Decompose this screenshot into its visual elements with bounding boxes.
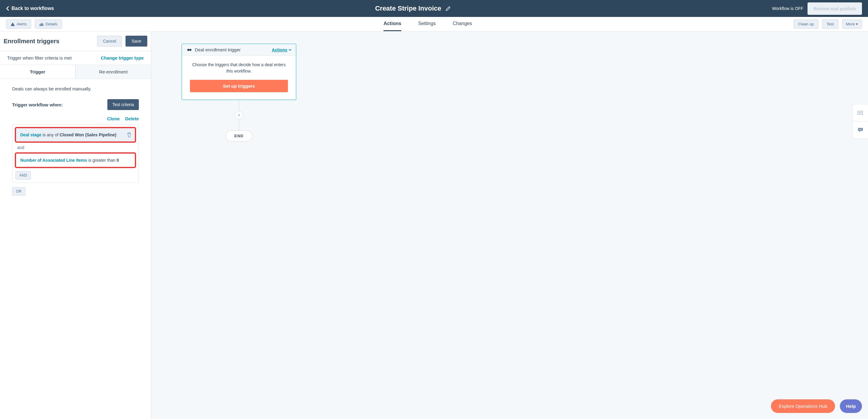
tab-changes[interactable]: Changes <box>453 17 472 31</box>
delete-link[interactable]: Delete <box>125 116 139 121</box>
svg-point-11 <box>858 114 858 115</box>
card-body-text: Choose the triggers that decide how a de… <box>190 62 288 74</box>
svg-rect-0 <box>40 24 40 26</box>
save-button[interactable]: Save <box>125 36 147 46</box>
svg-point-6 <box>862 111 863 112</box>
svg-point-3 <box>858 111 858 112</box>
criteria-field: Number of Associated Line Items <box>20 158 87 163</box>
main-tabs: Actions Settings Changes <box>62 17 794 31</box>
comments-widget[interactable] <box>852 121 868 139</box>
panel-body: Deals can always be enrolled manually. T… <box>0 79 151 203</box>
add-action-button[interactable]: + <box>235 111 243 120</box>
chevron-left-icon <box>6 6 9 11</box>
svg-point-17 <box>861 129 862 130</box>
manual-enroll-note: Deals can always be enrolled manually. <box>12 86 139 91</box>
criteria-operator: is greater than <box>88 158 117 163</box>
connector-line <box>239 100 239 111</box>
details-label: Details <box>45 22 58 26</box>
subbar: Alerts Details Actions Settings Changes … <box>0 17 868 31</box>
workflow-title: Create Stripe Invoice <box>375 4 441 12</box>
and-separator: and <box>14 143 137 152</box>
sidebar-tab-reenrollment[interactable]: Re-enrollment <box>75 65 151 78</box>
svg-point-13 <box>861 114 861 115</box>
review-publish-button[interactable]: Review and publish <box>807 2 862 15</box>
svg-point-7 <box>858 112 858 114</box>
sidebar-tabs: Trigger Re-enrollment <box>0 65 151 79</box>
card-header-left: Deal enrollment trigger <box>186 47 241 52</box>
sidebar-header: Enrollment triggers Cancel Save <box>0 31 151 51</box>
cancel-button[interactable]: Cancel <box>97 36 122 46</box>
tab-actions[interactable]: Actions <box>383 17 401 31</box>
alerts-button[interactable]: Alerts <box>6 19 31 29</box>
or-button[interactable]: OR <box>12 187 25 196</box>
topbar-right: Workflow is OFF Review and publish <box>772 2 862 15</box>
card-actions-label: Actions <box>272 47 287 52</box>
cleanup-button[interactable]: Clean up <box>794 19 818 29</box>
alerts-label: Alerts <box>17 22 27 26</box>
enrollment-trigger-card[interactable]: Deal enrollment trigger Actions Choose t… <box>182 43 297 100</box>
and-button[interactable]: AND <box>16 171 31 180</box>
sidebar-tab-trigger[interactable]: Trigger <box>0 65 75 78</box>
svg-point-5 <box>861 111 861 112</box>
svg-point-14 <box>862 114 863 115</box>
setup-triggers-button[interactable]: Set up triggers <box>190 80 288 92</box>
canvas: Deal enrollment trigger Actions Choose t… <box>151 31 868 419</box>
more-label: More <box>846 22 855 26</box>
svg-point-16 <box>860 129 861 130</box>
main: Enrollment triggers Cancel Save Trigger … <box>0 31 868 419</box>
card-title: Deal enrollment trigger <box>195 47 241 52</box>
svg-point-10 <box>862 112 863 114</box>
criteria-group: Deal stage is any of Closed Won (Sales P… <box>12 124 139 183</box>
help-button[interactable]: Help <box>840 399 862 413</box>
criteria-field: Deal stage <box>20 132 41 137</box>
clone-delete-row: Clone Delete <box>12 116 139 121</box>
explore-operations-hub-button[interactable]: Explore Operations Hub <box>771 399 835 413</box>
sidebar-header-buttons: Cancel Save <box>97 36 147 46</box>
connector: + END <box>182 100 297 141</box>
workflow-status: Workflow is OFF <box>772 6 803 11</box>
warning-icon <box>10 22 15 26</box>
criteria-value: Closed Won (Sales Pipeline) <box>60 132 117 137</box>
svg-point-8 <box>859 112 860 114</box>
test-button[interactable]: Test <box>822 19 838 29</box>
svg-rect-1 <box>41 23 42 26</box>
trigger-card-header: Deal enrollment trigger Actions <box>182 44 296 56</box>
end-node: END <box>226 130 252 141</box>
bottom-pills: Explore Operations Hub Help <box>771 399 862 413</box>
trash-icon[interactable] <box>127 132 131 137</box>
svg-point-15 <box>859 129 860 130</box>
criteria-item[interactable]: Deal stage is any of Closed Won (Sales P… <box>15 127 136 143</box>
bar-chart-icon <box>39 22 43 26</box>
svg-point-4 <box>859 111 860 112</box>
svg-rect-2 <box>42 24 43 26</box>
minimap-widget[interactable] <box>852 104 868 122</box>
title-area: Create Stripe Invoice <box>54 4 772 12</box>
topbar: Back to workflows Create Stripe Invoice … <box>0 0 868 17</box>
comment-icon <box>858 127 864 133</box>
tab-settings[interactable]: Settings <box>418 17 436 31</box>
subbar-right: Clean up Test More ▾ <box>794 19 862 29</box>
criteria-value: 0 <box>117 158 119 163</box>
svg-point-9 <box>861 112 861 114</box>
more-button[interactable]: More ▾ <box>842 19 862 29</box>
change-trigger-type-link[interactable]: Change trigger type <box>101 55 144 61</box>
test-criteria-button[interactable]: Test criteria <box>107 99 139 110</box>
sidebar-title: Enrollment triggers <box>4 38 59 45</box>
pencil-icon[interactable] <box>445 6 451 11</box>
trigger-when-label: Trigger workflow when: <box>12 102 63 107</box>
sidebar: Enrollment triggers Cancel Save Trigger … <box>0 31 151 419</box>
subbar-left: Alerts Details <box>6 19 62 29</box>
grid-icon <box>858 111 864 115</box>
card-actions-dropdown[interactable]: Actions <box>272 47 291 52</box>
criteria-item[interactable]: Number of Associated Line Items is great… <box>15 152 136 168</box>
trigger-card-body: Choose the triggers that decide how a de… <box>182 56 296 99</box>
clone-link[interactable]: Clone <box>107 116 120 121</box>
details-button[interactable]: Details <box>35 19 62 29</box>
back-to-workflows-link[interactable]: Back to workflows <box>6 6 54 11</box>
trigger-when-row: Trigger workflow when: Test criteria <box>12 99 139 110</box>
back-label: Back to workflows <box>11 6 54 11</box>
caret-down-icon <box>288 49 291 51</box>
svg-point-12 <box>859 114 860 115</box>
trigger-description: Trigger when filter criteria is met <box>7 55 72 61</box>
side-widgets <box>852 104 868 138</box>
